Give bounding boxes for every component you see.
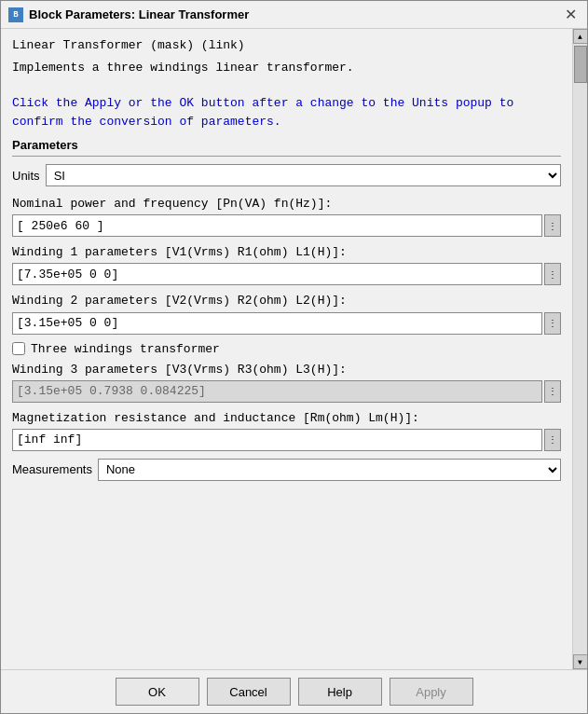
winding3-row: ⋮ <box>12 380 561 403</box>
header-line2: Implements a three windings linear trans… <box>12 59 561 77</box>
content-area: Linear Transformer (mask) (link) Impleme… <box>1 29 587 669</box>
measurements-select[interactable]: None All voltages All currents All volta… <box>98 459 561 481</box>
main-content: Linear Transformer (mask) (link) Impleme… <box>1 29 572 669</box>
magnetization-label: Magnetization resistance and inductance … <box>12 410 561 427</box>
winding2-menu-btn[interactable]: ⋮ <box>544 312 561 335</box>
instructions-text: Click the Apply or the OK button after a… <box>12 94 561 130</box>
magnetization-row: ⋮ <box>12 429 561 451</box>
winding3-input[interactable] <box>12 380 542 403</box>
cancel-button[interactable]: Cancel <box>207 678 291 706</box>
winding1-input[interactable] <box>12 263 542 285</box>
section-divider <box>12 156 561 157</box>
measurements-label: Measurements <box>12 462 92 476</box>
measurements-row: Measurements None All voltages All curre… <box>12 459 561 481</box>
block-parameters-window: B Block Parameters: Linear Transformer ✕… <box>0 0 588 714</box>
header-line1: Linear Transformer (mask) (link) <box>12 36 561 55</box>
help-button[interactable]: Help <box>298 678 382 706</box>
winding1-label: Winding 1 parameters [V1(Vrms) R1(ohm) L… <box>12 244 561 261</box>
nominal-power-menu-btn[interactable]: ⋮ <box>544 214 561 237</box>
nominal-power-input[interactable] <box>12 214 542 237</box>
winding1-menu-btn[interactable]: ⋮ <box>544 263 561 285</box>
scroll-thumb[interactable] <box>574 46 587 83</box>
winding1-row: ⋮ <box>12 263 561 285</box>
ok-button[interactable]: OK <box>116 678 199 706</box>
nominal-power-label: Nominal power and frequency [Pn(VA) fn(H… <box>12 196 561 213</box>
three-windings-row: Three windings transformer <box>12 342 561 356</box>
title-bar: B Block Parameters: Linear Transformer ✕ <box>1 1 587 29</box>
units-select[interactable]: SI pu <box>46 164 561 186</box>
footer: OK Cancel Help Apply <box>1 669 587 713</box>
nominal-power-row: ⋮ <box>12 214 561 237</box>
block-icon: B <box>8 7 23 22</box>
winding2-label: Winding 2 parameters [V2(Vrms) R2(ohm) L… <box>12 293 561 309</box>
scroll-up-btn[interactable]: ▲ <box>573 29 588 44</box>
three-windings-checkbox[interactable] <box>12 342 25 355</box>
winding2-row: ⋮ <box>12 312 561 335</box>
winding2-input[interactable] <box>12 312 542 335</box>
scroll-down-btn[interactable]: ▼ <box>573 654 588 669</box>
magnetization-menu-btn[interactable]: ⋮ <box>544 429 561 451</box>
window-title: Block Parameters: Linear Transformer <box>29 7 249 21</box>
winding3-label: Winding 3 parameters [V3(Vrms) R3(ohm) L… <box>12 362 561 378</box>
close-button[interactable]: ✕ <box>561 6 580 24</box>
units-row: Units SI pu <box>12 164 561 186</box>
title-bar-left: B Block Parameters: Linear Transformer <box>8 7 249 22</box>
three-windings-label: Three windings transformer <box>31 342 220 356</box>
winding3-menu-btn[interactable]: ⋮ <box>544 380 561 403</box>
parameters-section-label: Parameters <box>12 138 561 152</box>
magnetization-input[interactable] <box>12 429 542 451</box>
units-label: Units <box>12 169 40 183</box>
apply-button[interactable]: Apply <box>390 678 473 706</box>
scrollbar[interactable]: ▲ ▼ <box>572 29 587 669</box>
